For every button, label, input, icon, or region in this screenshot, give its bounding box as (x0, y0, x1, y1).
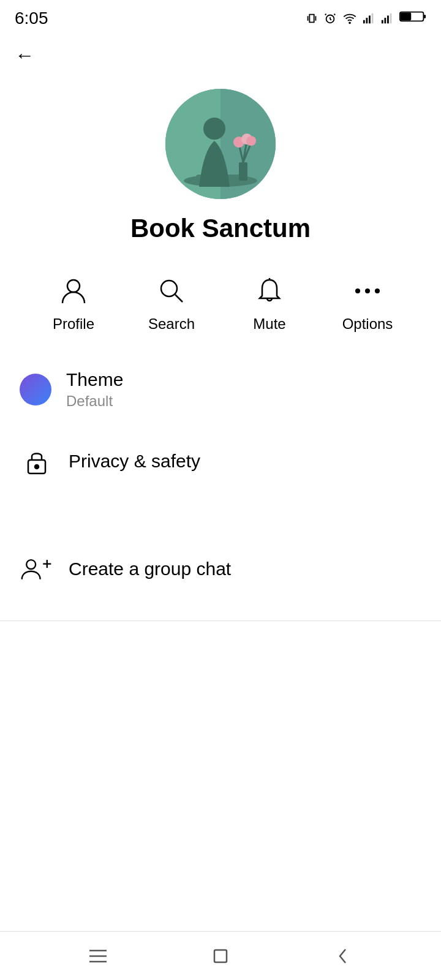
svg-rect-4 (369, 15, 371, 23)
svg-rect-11 (423, 15, 426, 18)
menu-section: Theme Default Privacy & safety (0, 342, 441, 505)
svg-point-27 (161, 281, 177, 296)
svg-point-18 (203, 118, 225, 140)
create-group-section: Create a group chat (0, 530, 441, 608)
svg-point-32 (375, 288, 380, 293)
svg-rect-19 (239, 162, 247, 181)
nav-back-icon[interactable] (327, 940, 359, 972)
status-bar: 6:05 (0, 0, 441, 34)
bell-icon (251, 273, 288, 309)
action-row: Profile Search Mute Opt (0, 253, 441, 342)
svg-rect-8 (387, 15, 389, 23)
section-divider (0, 620, 441, 621)
avatar-section: Book Sanctum (0, 77, 441, 253)
svg-point-30 (355, 288, 360, 293)
svg-rect-6 (382, 20, 383, 24)
signal2-icon (381, 12, 394, 25)
action-profile-label: Profile (53, 315, 94, 333)
svg-point-25 (246, 136, 256, 146)
status-time: 6:05 (15, 9, 48, 28)
status-icons (305, 10, 426, 27)
theme-menu-item[interactable]: Theme Default (0, 352, 441, 427)
avatar (165, 89, 276, 199)
bottom-nav (0, 931, 441, 980)
svg-point-34 (35, 465, 39, 469)
svg-rect-3 (366, 18, 368, 23)
group-name: Book Sanctum (130, 214, 311, 243)
action-mute-label: Mute (253, 315, 285, 333)
action-profile[interactable]: Profile (43, 273, 104, 333)
action-search-label: Search (148, 315, 195, 333)
action-options[interactable]: Options (337, 273, 398, 333)
nav-menu-icon[interactable] (82, 940, 114, 972)
create-group-label: Create a group chat (69, 559, 421, 579)
theme-item-text: Theme Default (66, 369, 421, 410)
svg-point-31 (365, 288, 370, 293)
svg-rect-7 (385, 18, 386, 23)
avatar-image (165, 89, 276, 199)
privacy-title: Privacy & safety (69, 451, 421, 472)
svg-point-35 (26, 560, 36, 569)
theme-title: Theme (66, 369, 421, 390)
lock-icon (20, 444, 54, 478)
svg-rect-9 (390, 13, 392, 24)
svg-rect-2 (363, 20, 365, 24)
action-mute[interactable]: Mute (239, 273, 300, 333)
action-options-label: Options (342, 315, 393, 333)
search-icon (153, 273, 190, 309)
person-icon (55, 273, 92, 309)
wifi-icon (342, 12, 358, 25)
svg-point-1 (349, 22, 350, 23)
create-group-item[interactable]: Create a group chat (0, 535, 441, 603)
add-group-icon (20, 552, 54, 586)
theme-subtitle: Default (66, 393, 421, 410)
back-button[interactable]: ← (0, 34, 441, 77)
privacy-menu-item[interactable]: Privacy & safety (0, 427, 441, 496)
svg-rect-41 (214, 950, 227, 962)
action-search[interactable]: Search (141, 273, 202, 333)
privacy-item-text: Privacy & safety (69, 451, 421, 472)
vibrate-icon (305, 12, 318, 25)
theme-icon (20, 374, 51, 405)
battery-display (399, 10, 426, 23)
battery-icon (399, 10, 426, 27)
alarm-icon (323, 12, 337, 25)
nav-home-icon[interactable] (205, 940, 236, 972)
svg-rect-5 (372, 13, 374, 24)
svg-line-28 (175, 295, 183, 302)
back-arrow-icon: ← (15, 44, 34, 66)
svg-rect-12 (401, 13, 411, 21)
more-icon (349, 273, 386, 309)
signal-icon (363, 12, 376, 25)
create-group-text: Create a group chat (69, 559, 421, 579)
svg-point-26 (67, 280, 80, 292)
